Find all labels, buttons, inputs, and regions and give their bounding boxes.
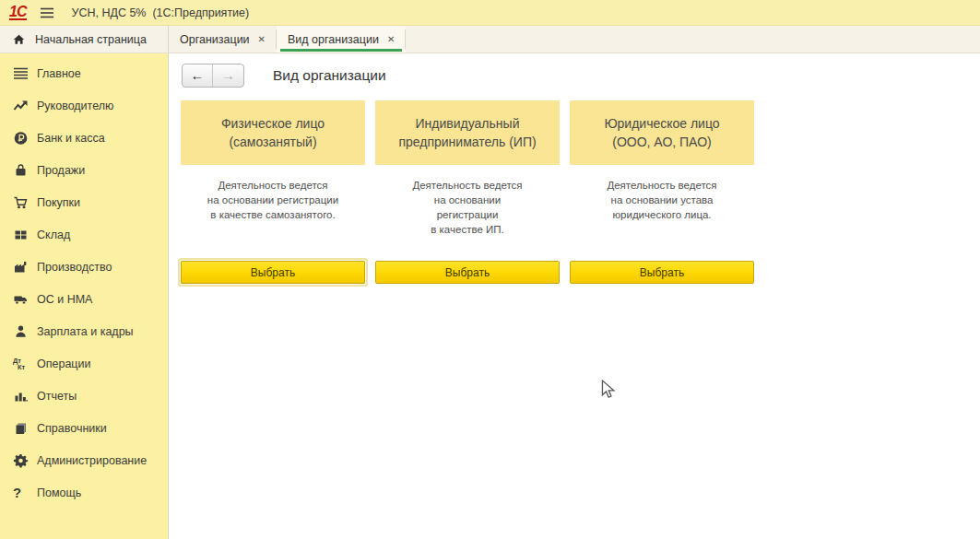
organization-type-cards: Физическое лицо (самозанятый) Деятельнос… (181, 100, 980, 284)
main-menu-button[interactable] (40, 7, 54, 18)
tab-label: Начальная страница (35, 33, 147, 46)
choose-button-individual[interactable]: Выбрать (181, 261, 365, 284)
sidebar-item-main[interactable]: Главное (0, 57, 168, 89)
choose-button-legal-entity[interactable]: Выбрать (570, 261, 754, 284)
menu-lines-icon (13, 67, 37, 80)
main-panel: ← → Вид организации Физическое лицо (сам… (169, 53, 980, 539)
org-card-individual: Физическое лицо (самозанятый) Деятельнос… (181, 100, 365, 284)
card-title: Юридическое лицо (ООО, АО, ПАО) (570, 100, 754, 165)
tab-label: Организации (180, 33, 250, 46)
sidebar-item-label: Справочники (37, 422, 107, 435)
tab-organizations[interactable]: Организации ✕ (169, 26, 277, 53)
question-text: ? (13, 485, 21, 500)
content-row: Главное Руководителю Банк и касса Продаж… (0, 53, 980, 539)
card-title: Индивидуальный предприниматель (ИП) (375, 100, 560, 165)
sidebar-item-reports[interactable]: Отчеты (0, 380, 168, 412)
sidebar-item-production[interactable]: Производство (0, 251, 168, 283)
sidebar-item-label: ОС и НМА (37, 293, 92, 306)
org-card-entrepreneur: Индивидуальный предприниматель (ИП) Деят… (375, 100, 560, 284)
truck-icon (13, 292, 37, 307)
sidebar-item-label: Главное (37, 67, 81, 80)
forward-button[interactable]: → (213, 64, 243, 87)
back-button[interactable]: ← (183, 64, 213, 87)
sidebar-item-label: Банк и касса (37, 132, 105, 145)
forward-arrow-icon: → (221, 67, 235, 83)
org-card-legal-entity: Юридическое лицо (ООО, АО, ПАО) Деятельн… (570, 100, 754, 284)
shopping-bag-icon (13, 163, 37, 178)
sidebar-item-label: Помощь (37, 486, 81, 499)
sidebar-item-bank-cash[interactable]: Банк и касса (0, 122, 168, 154)
gear-icon (13, 453, 37, 468)
rouble-circle-icon (13, 131, 37, 146)
card-description: Деятельность ведется на основании устава… (570, 165, 754, 261)
sidebar-item-label: Производство (37, 261, 112, 274)
close-icon[interactable]: ✕ (258, 35, 266, 44)
sidebar-item-help[interactable]: ? Помощь (0, 476, 168, 509)
sidebar-item-payroll-hr[interactable]: Зарплата и кадры (0, 315, 168, 347)
question-icon: ? (13, 485, 37, 500)
debit-credit-icon: Дт Кт (13, 357, 37, 370)
tab-home-page[interactable]: Начальная страница (0, 26, 169, 53)
tab-label: Вид организации (288, 33, 379, 46)
factory-icon (13, 260, 37, 275)
title-bar: 1С УСН, НДС 5% (1С:Предприятие) (0, 0, 980, 26)
home-icon (12, 33, 26, 46)
card-description: Деятельность ведется на основании регист… (181, 165, 365, 261)
sidebar: Главное Руководителю Банк и касса Продаж… (0, 53, 169, 539)
sidebar-item-label: Склад (37, 228, 70, 241)
pallet-grid-icon (13, 228, 37, 242)
trend-up-icon (13, 99, 37, 113)
1c-logo: 1С (9, 5, 27, 20)
card-title: Физическое лицо (самозанятый) (181, 100, 365, 165)
sidebar-item-label: Покупки (37, 196, 80, 209)
sidebar-item-fixed-assets[interactable]: ОС и НМА (0, 283, 168, 315)
sidebar-item-label: Руководителю (37, 100, 113, 112)
sidebar-item-sales[interactable]: Продажи (0, 154, 168, 186)
sidebar-item-manager[interactable]: Руководителю (0, 89, 168, 122)
history-nav: ← → (182, 64, 244, 88)
tab-bar: Начальная страница Организации ✕ Вид орг… (0, 26, 980, 53)
shopping-cart-icon (13, 195, 37, 210)
hamburger-icon (40, 7, 54, 18)
window-title: УСН, НДС 5% (1С:Предприятие) (71, 6, 249, 19)
sidebar-item-label: Администрирование (37, 454, 147, 467)
sidebar-item-purchases[interactable]: Покупки (0, 186, 168, 218)
main-header: ← → Вид организации (182, 62, 980, 89)
sidebar-item-operations[interactable]: Дт Кт Операции (0, 347, 168, 380)
books-icon (13, 421, 37, 436)
app-window: 1С УСН, НДС 5% (1С:Предприятие) Начальна… (0, 0, 980, 539)
kt-text: Кт (18, 364, 25, 370)
tab-separator (405, 29, 406, 49)
tab-organization-type[interactable]: Вид организации ✕ (277, 26, 406, 53)
sidebar-item-warehouse[interactable]: Склад (0, 218, 168, 251)
sidebar-item-label: Зарплата и кадры (37, 325, 134, 338)
back-arrow-icon: ← (191, 67, 205, 83)
card-description: Деятельность ведется на основании регист… (375, 165, 560, 261)
sidebar-item-label: Операции (37, 357, 90, 370)
sidebar-item-label: Отчеты (37, 390, 77, 403)
person-icon (13, 324, 37, 339)
close-icon[interactable]: ✕ (387, 35, 395, 44)
page-title: Вид организации (273, 67, 386, 84)
choose-button-entrepreneur[interactable]: Выбрать (375, 261, 560, 284)
sidebar-item-administration[interactable]: Администрирование (0, 444, 168, 476)
sidebar-item-directories[interactable]: Справочники (0, 412, 168, 444)
bar-chart-icon (13, 389, 37, 404)
sidebar-item-label: Продажи (37, 164, 85, 177)
